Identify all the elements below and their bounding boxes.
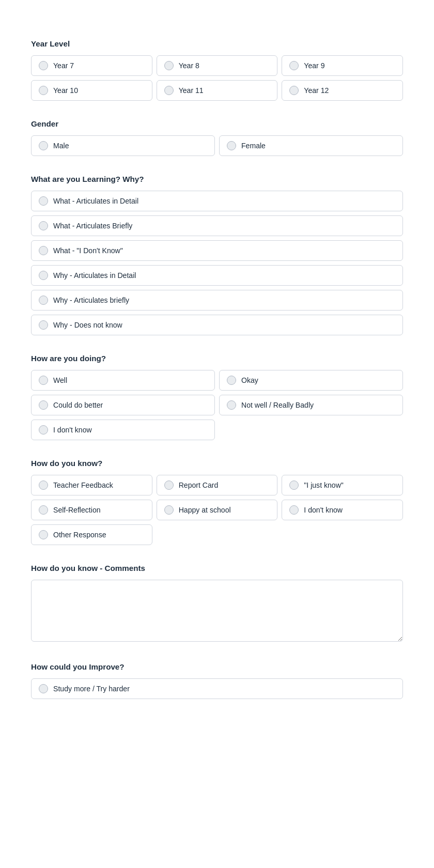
option-label: Male — [53, 142, 69, 150]
section-label-improve: How could you Improve? — [31, 662, 403, 671]
radio-circle-icon — [227, 141, 236, 150]
option-label: Year 7 — [53, 61, 74, 70]
option-btn-gender-0[interactable]: Male — [31, 135, 215, 156]
option-btn-how-doing-0[interactable]: Well — [31, 370, 215, 391]
radio-circle-icon — [39, 505, 48, 515]
radio-circle-icon — [164, 86, 174, 95]
options-grid-year-level: Year 7Year 8Year 9Year 10Year 11Year 12 — [31, 55, 403, 101]
radio-circle-icon — [39, 400, 48, 410]
option-btn-year-level-4[interactable]: Year 11 — [157, 80, 278, 101]
radio-circle-icon — [164, 481, 174, 490]
option-label: What - Articulates Briefly — [53, 222, 132, 230]
option-btn-how-know-3[interactable]: Self-Reflection — [31, 500, 152, 520]
section-comments: How do you know - Comments — [31, 564, 403, 644]
option-btn-how-doing-3[interactable]: Not well / Really Badly — [219, 395, 403, 415]
option-label: Female — [241, 142, 266, 150]
option-btn-year-level-5[interactable]: Year 12 — [282, 80, 403, 101]
section-gender: GenderMaleFemale — [31, 119, 403, 156]
option-label: Year 9 — [304, 61, 324, 70]
option-btn-how-doing-1[interactable]: Okay — [219, 370, 403, 391]
option-btn-how-know-4[interactable]: Happy at school — [157, 500, 278, 520]
option-label: Okay — [241, 376, 258, 384]
radio-circle-icon — [39, 271, 48, 280]
section-label-year-level: Year Level — [31, 39, 403, 48]
radio-circle-icon — [164, 505, 174, 515]
option-label: Why - Articulates briefly — [53, 296, 129, 304]
option-btn-how-doing-2[interactable]: Could do better — [31, 395, 215, 415]
option-label: I don't know — [304, 506, 343, 514]
option-btn-learning-0[interactable]: What - Articulates in Detail — [31, 191, 403, 211]
options-grid-improve: Study more / Try harder — [31, 678, 403, 699]
option-btn-gender-1[interactable]: Female — [219, 135, 403, 156]
radio-circle-icon — [39, 425, 48, 435]
radio-circle-icon — [289, 86, 299, 95]
option-btn-year-level-0[interactable]: Year 7 — [31, 55, 152, 76]
section-learning: What are you Learning? Why?What - Articu… — [31, 175, 403, 335]
radio-circle-icon — [227, 376, 236, 385]
option-btn-how-know-6[interactable]: Other Response — [31, 524, 152, 545]
option-label: Self-Reflection — [53, 506, 101, 514]
radio-circle-icon — [39, 376, 48, 385]
option-btn-how-know-1[interactable]: Report Card — [157, 475, 278, 495]
option-label: Year 8 — [179, 61, 199, 70]
option-label: What - "I Don't Know" — [53, 246, 123, 255]
option-label: Year 10 — [53, 86, 78, 95]
option-btn-learning-2[interactable]: What - "I Don't Know" — [31, 240, 403, 261]
option-btn-how-doing-4[interactable]: I don't know — [31, 420, 215, 440]
option-btn-year-level-2[interactable]: Year 9 — [282, 55, 403, 76]
option-btn-how-know-2[interactable]: "I just know" — [282, 475, 403, 495]
radio-circle-icon — [39, 684, 48, 693]
option-btn-learning-5[interactable]: Why - Does not know — [31, 315, 403, 335]
option-label: Teacher Feedback — [53, 481, 113, 489]
radio-circle-icon — [39, 481, 48, 490]
option-label: Why - Articulates in Detail — [53, 271, 136, 280]
option-label: Could do better — [53, 401, 103, 409]
section-label-how-know: How do you know? — [31, 459, 403, 468]
options-grid-how-doing: WellOkayCould do betterNot well / Really… — [31, 370, 403, 440]
option-btn-how-know-0[interactable]: Teacher Feedback — [31, 475, 152, 495]
textarea-comments[interactable] — [31, 580, 403, 642]
option-label: Year 12 — [304, 86, 329, 95]
option-label: Not well / Really Badly — [241, 401, 314, 409]
option-label: Happy at school — [179, 506, 231, 514]
section-improve: How could you Improve?Study more / Try h… — [31, 662, 403, 699]
option-label: What - Articulates in Detail — [53, 197, 138, 205]
radio-circle-icon — [289, 505, 299, 515]
option-label: "I just know" — [304, 481, 344, 489]
option-label: Well — [53, 376, 67, 384]
option-btn-learning-1[interactable]: What - Articulates Briefly — [31, 215, 403, 236]
section-label-how-doing: How are you doing? — [31, 354, 403, 363]
option-label: Study more / Try harder — [53, 685, 130, 693]
radio-circle-icon — [39, 221, 48, 230]
radio-circle-icon — [289, 481, 299, 490]
options-grid-how-know: Teacher FeedbackReport Card"I just know"… — [31, 475, 403, 545]
radio-circle-icon — [39, 141, 48, 150]
option-btn-improve-0[interactable]: Study more / Try harder — [31, 678, 403, 699]
section-year-level: Year LevelYear 7Year 8Year 9Year 10Year … — [31, 39, 403, 101]
option-btn-learning-4[interactable]: Why - Articulates briefly — [31, 290, 403, 311]
option-label: Other Response — [53, 531, 106, 539]
option-btn-learning-3[interactable]: Why - Articulates in Detail — [31, 265, 403, 286]
radio-circle-icon — [39, 530, 48, 539]
radio-circle-icon — [39, 320, 48, 330]
section-how-doing: How are you doing?WellOkayCould do bette… — [31, 354, 403, 440]
radio-circle-icon — [227, 400, 236, 410]
option-btn-how-know-5[interactable]: I don't know — [282, 500, 403, 520]
option-btn-year-level-1[interactable]: Year 8 — [157, 55, 278, 76]
option-label: I don't know — [53, 426, 92, 434]
section-label-learning: What are you Learning? Why? — [31, 175, 403, 183]
radio-circle-icon — [39, 246, 48, 255]
options-grid-gender: MaleFemale — [31, 135, 403, 156]
radio-circle-icon — [39, 86, 48, 95]
options-grid-learning: What - Articulates in DetailWhat - Artic… — [31, 191, 403, 335]
option-label: Year 11 — [179, 86, 204, 95]
section-how-know: How do you know?Teacher FeedbackReport C… — [31, 459, 403, 545]
radio-circle-icon — [39, 296, 48, 305]
option-label: Why - Does not know — [53, 321, 122, 329]
section-label-comments: How do you know - Comments — [31, 564, 403, 572]
radio-circle-icon — [289, 61, 299, 70]
radio-circle-icon — [164, 61, 174, 70]
radio-circle-icon — [39, 61, 48, 70]
option-btn-year-level-3[interactable]: Year 10 — [31, 80, 152, 101]
radio-circle-icon — [39, 196, 48, 206]
